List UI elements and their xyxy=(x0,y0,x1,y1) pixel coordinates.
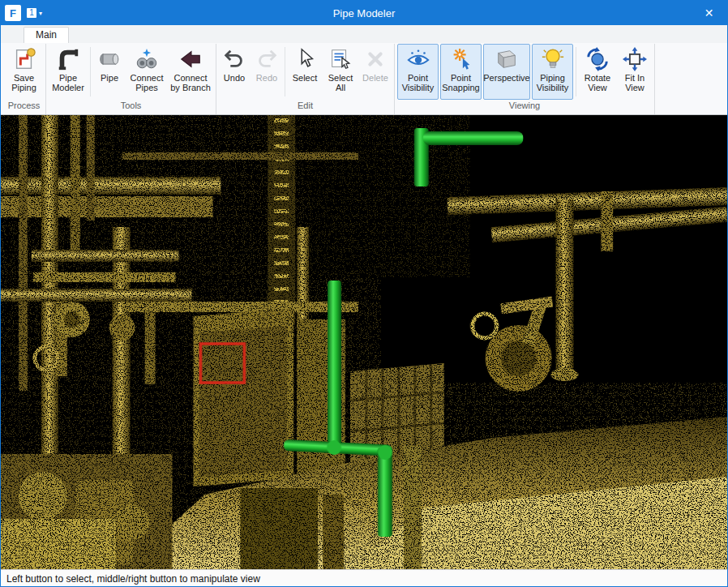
button-label: Save Piping xyxy=(6,73,41,93)
button-label: Connect Pipes xyxy=(129,73,165,93)
rotate-view-button[interactable]: Rotate View xyxy=(579,44,616,100)
ribbon-group-tools: Pipe Modeler Pipe Connect xyxy=(46,44,216,114)
button-label: Piping Visibility xyxy=(533,73,572,93)
group-label-tools: Tools xyxy=(48,100,214,113)
pipe-modeler-button[interactable]: Pipe Modeler xyxy=(49,44,88,100)
button-label: Connect by Branch xyxy=(169,73,212,93)
undo-button[interactable]: Undo xyxy=(219,44,250,100)
viewport[interactable] xyxy=(1,115,727,569)
save-piping-button[interactable]: Save Piping xyxy=(5,44,43,100)
perspective-toggle[interactable]: Perspective xyxy=(483,44,530,100)
pipe-icon xyxy=(97,47,122,71)
button-label: Select xyxy=(293,73,318,83)
button-label: Pipe xyxy=(101,73,118,83)
select-cursor-icon xyxy=(293,47,317,71)
piping-visibility-toggle[interactable]: Piping Visibility xyxy=(532,44,573,100)
connect-by-branch-button[interactable]: Connect by Branch xyxy=(168,44,213,100)
chevron-down-icon: ▾ xyxy=(39,10,42,17)
select-button[interactable]: Select xyxy=(288,44,322,100)
app-menu-button[interactable]: F xyxy=(5,5,21,21)
group-label-process: Process xyxy=(4,100,44,113)
redo-button[interactable]: Redo xyxy=(251,44,282,100)
button-label: Fit In View xyxy=(619,73,650,93)
point-visibility-toggle[interactable]: Point Visibility xyxy=(397,44,439,100)
ribbon-group-edit: Undo Redo Select xyxy=(216,44,395,114)
ribbon-tab-bar: Main xyxy=(1,25,727,43)
piping-visibility-bulb-icon xyxy=(541,47,565,71)
fit-in-view-icon xyxy=(623,47,647,71)
delete-icon xyxy=(363,47,388,71)
connect-by-branch-icon xyxy=(178,47,203,71)
button-label: Rotate View xyxy=(580,73,615,93)
button-label: Undo xyxy=(224,73,245,83)
point-snapping-toggle[interactable]: Point Snapping xyxy=(440,44,482,100)
status-hint-text: Left button to select, middle/right butt… xyxy=(6,573,260,585)
quick-access-count: 1 xyxy=(27,8,36,18)
connect-pipes-icon xyxy=(135,47,159,71)
divider xyxy=(90,47,91,96)
pipe-modeler-icon xyxy=(56,47,80,71)
button-label: Select All xyxy=(325,73,356,93)
rotate-view-icon xyxy=(585,47,610,71)
select-all-button[interactable]: Select All xyxy=(323,44,358,100)
viewport-3d-scene xyxy=(1,115,727,569)
tab-main[interactable]: Main xyxy=(24,27,69,43)
group-label-edit: Edit xyxy=(218,100,392,113)
status-bar: Left button to select, middle/right butt… xyxy=(1,569,727,587)
pipe-button[interactable]: Pipe xyxy=(93,44,126,100)
button-label: Delete xyxy=(362,73,388,83)
pipe-modeler-window: { "window": { "title": "Pipe Modeler", "… xyxy=(0,0,728,587)
title-bar: F 1 ▾ Pipe Modeler ✕ xyxy=(1,1,727,25)
button-label: Perspective xyxy=(483,73,529,83)
button-label: Point Snapping xyxy=(442,73,480,93)
point-visibility-eye-icon xyxy=(406,47,430,71)
button-label: Point Visibility xyxy=(399,73,437,93)
button-label: Pipe Modeler xyxy=(50,73,86,93)
save-piping-icon xyxy=(12,47,36,71)
perspective-icon xyxy=(495,47,519,71)
fit-in-view-button[interactable]: Fit In View xyxy=(618,44,652,100)
window-title: Pipe Modeler xyxy=(1,7,727,19)
delete-button[interactable]: Delete xyxy=(359,44,392,100)
ribbon: Save Piping Process Pipe Modeler xyxy=(1,43,727,115)
close-icon: ✕ xyxy=(704,6,714,19)
button-label: Redo xyxy=(256,73,277,83)
close-button[interactable]: ✕ xyxy=(691,1,727,25)
divider xyxy=(285,47,285,96)
point-snapping-icon xyxy=(449,47,473,71)
connect-pipes-button[interactable]: Connect Pipes xyxy=(127,44,166,100)
redo-icon xyxy=(255,47,279,71)
group-label-viewing: Viewing xyxy=(396,100,653,113)
divider xyxy=(576,47,576,96)
undo-icon xyxy=(222,47,246,71)
ribbon-group-viewing: Point Visibility Point Snapping Perspect… xyxy=(395,44,655,114)
quick-access-toolbar[interactable]: 1 ▾ xyxy=(27,8,42,18)
ribbon-group-process: Save Piping Process xyxy=(2,44,46,114)
select-all-icon xyxy=(328,47,353,71)
